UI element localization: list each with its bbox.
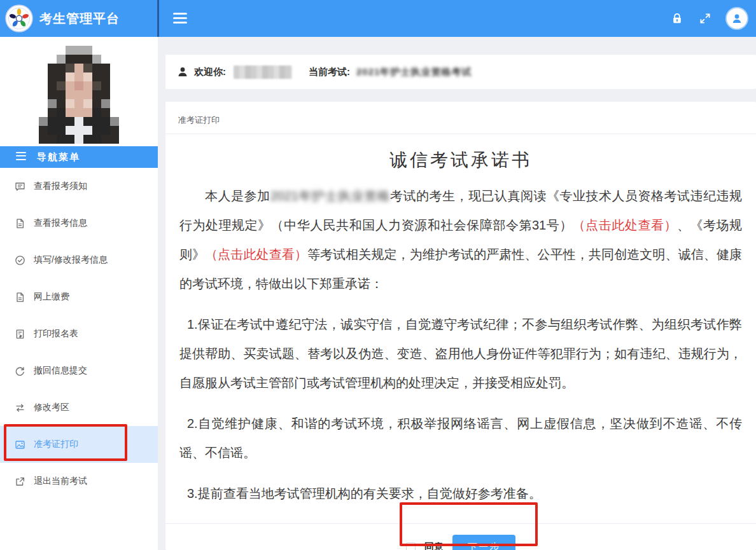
welcome-bar: 欢迎你: 当前考试: 2021年护士执业资格考试 [165, 55, 756, 89]
app-title: 考生管理平台 [39, 10, 120, 27]
content-panel: 准考证打印 诚信考试承诺书 本人是参加2021年护士执业资格考试的考生，现已认真… [165, 102, 756, 550]
exit-external-icon [15, 476, 25, 487]
logo-area: 考生管理平台 [0, 0, 158, 37]
comment-icon [15, 181, 25, 192]
breadcrumb: 准考证打印 [178, 115, 220, 125]
menu-icon [16, 152, 26, 163]
sidebar-item-label: 打印报名表 [34, 328, 78, 340]
click-to-view-link[interactable]: （点击此处查看） [573, 218, 677, 232]
sidebar-item-online-payment[interactable]: 网上缴费 [0, 278, 158, 315]
image-icon [15, 439, 25, 450]
nav-menu: 查看报考须知 查看报考信息 填写/修改报考信息 网上缴费 [0, 168, 158, 500]
swap-arrows-icon [15, 402, 25, 413]
sidebar-item-exit-current-exam[interactable]: 退出当前考试 [0, 463, 158, 500]
check-circle-icon [15, 255, 25, 266]
promise-paragraph: 本人是参加2021年护士执业资格考试的考生，现已认真阅读《专业技术人员资格考试违… [179, 181, 742, 298]
agree-checkbox[interactable] [406, 542, 416, 550]
promise-item-3: 3.提前查看当地考试管理机构的有关要求，自觉做好参考准备。 [179, 479, 742, 508]
sidebar-item-view-info[interactable]: 查看报考信息 [0, 205, 158, 242]
censored-exam-name: 2021年护士执业资格考试 [356, 66, 472, 78]
agree-label: 同意 [424, 541, 444, 550]
candidate-photo [0, 37, 158, 146]
app-header: 考生管理平台 [0, 0, 756, 37]
sidebar-item-label: 撤回信息提交 [34, 365, 87, 376]
promise-item-2: 2.自觉维护健康、和谐的考试环境，积极举报网络谣言、网上虚假信息，坚决做到不造谣… [179, 409, 742, 467]
nav-menu-title: 导航菜单 [37, 151, 80, 163]
censored-user-name [234, 65, 292, 79]
censored-exam-name: 2021年护士执业资格 [270, 189, 391, 203]
sidebar-item-label: 填写/修改报考信息 [34, 254, 108, 266]
page-title: 诚信考试承诺书 [165, 148, 756, 172]
undo-refresh-icon [15, 366, 25, 376]
sidebar-item-change-exam-area[interactable]: 修改考区 [0, 389, 158, 426]
user-avatar[interactable] [727, 8, 747, 29]
print-form-icon [15, 329, 25, 340]
document-icon [15, 218, 25, 229]
nav-menu-header: 导航菜单 [0, 146, 158, 168]
next-step-button[interactable]: 下一步 [452, 535, 515, 550]
sidebar-toggle-button[interactable] [173, 13, 187, 24]
sidebar-item-label: 查看报考须知 [34, 181, 87, 192]
main-area: 欢迎你: 当前考试: 2021年护士执业资格考试 准考证打印 诚信考试承诺书 本… [158, 37, 756, 550]
sidebar-item-withdraw-submission[interactable]: 撤回信息提交 [0, 352, 158, 389]
current-exam-label: 当前考试: [309, 66, 350, 78]
user-avatar-icon [731, 12, 743, 25]
person-icon [177, 66, 188, 78]
sidebar-item-label: 查看报考信息 [34, 217, 87, 229]
header-actions [671, 0, 747, 37]
commitment-text: 本人是参加2021年护士执业资格考试的考生，现已认真阅读《专业技术人员资格考试违… [165, 181, 756, 508]
sidebar-item-print-admission-ticket[interactable]: 准考证打印 [0, 426, 158, 463]
breadcrumb-bar: 准考证打印 [165, 102, 756, 134]
fullscreen-icon[interactable] [699, 12, 711, 25]
sidebar-item-label: 退出当前考试 [34, 476, 87, 487]
sidebar: 导航菜单 查看报考须知 查看报考信息 填写/修改报考信息 [0, 37, 158, 550]
app-logo-icon [5, 4, 33, 32]
photo-mosaic [39, 46, 119, 146]
greeting-label: 欢迎你: [194, 66, 226, 78]
promise-item-1: 1.保证在考试中遵纪守法，诚实守信，自觉遵守考试纪律；不参与组织考试作弊、为组织… [179, 310, 742, 397]
header-divider [157, 0, 159, 37]
click-to-view-link[interactable]: （点击此处查看） [205, 247, 307, 261]
sidebar-item-fill-info[interactable]: 填写/修改报考信息 [0, 242, 158, 278]
sidebar-item-label: 修改考区 [34, 402, 69, 413]
sidebar-item-view-notice[interactable]: 查看报考须知 [0, 168, 158, 205]
sidebar-item-print-form[interactable]: 打印报名表 [0, 315, 158, 352]
lock-icon[interactable] [671, 12, 683, 25]
document-icon [15, 292, 25, 303]
text-segment: 本人是参加 [205, 189, 270, 203]
footer-actions: 同意 下一步 [165, 524, 756, 550]
sidebar-item-label: 准考证打印 [34, 439, 78, 450]
sidebar-item-label: 网上缴费 [34, 291, 69, 303]
